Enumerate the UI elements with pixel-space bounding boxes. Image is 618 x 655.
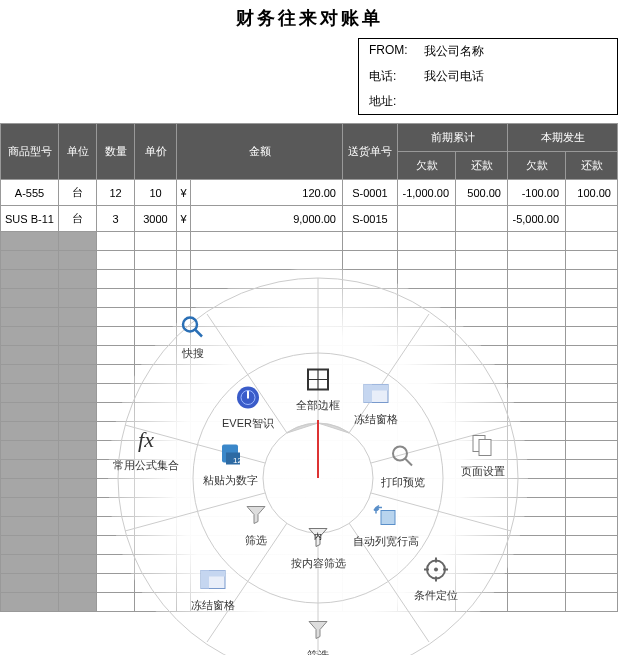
autofit-icon: [373, 505, 399, 527]
cell[interactable]: 10: [135, 180, 177, 206]
cell[interactable]: 120.00: [191, 180, 343, 206]
th-model: 商品型号: [1, 124, 59, 180]
svg-rect-31: [381, 511, 395, 525]
cell[interactable]: [566, 206, 618, 232]
cell[interactable]: -5,000.00: [508, 206, 566, 232]
print-icon: [390, 444, 416, 470]
th-prev-group: 前期累计: [398, 124, 508, 152]
from-label: FROM:: [369, 43, 424, 60]
svg-rect-29: [479, 440, 491, 456]
svg-point-16: [183, 318, 197, 332]
needle-indicator: [317, 420, 319, 478]
cell[interactable]: S-0001: [343, 180, 398, 206]
cell[interactable]: 9,000.00: [191, 206, 343, 232]
th-curr-repay: 还款: [566, 152, 618, 180]
cell[interactable]: 台: [59, 180, 97, 206]
radial-fx[interactable]: fx 常用公式集合: [106, 424, 186, 473]
table-row[interactable]: SUS B-11 台 3 3000 ¥ 9,000.00 S-0015 -5,0…: [1, 206, 618, 232]
cell[interactable]: SUS B-11: [1, 206, 59, 232]
tel-label: 电话:: [369, 68, 424, 85]
th-amount: 金额: [177, 124, 343, 180]
svg-point-26: [393, 447, 407, 461]
fx-icon: fx: [138, 427, 154, 453]
filter-icon: [307, 619, 329, 641]
radial-locate[interactable]: 条件定位: [396, 554, 476, 603]
filter-icon: [245, 504, 267, 526]
fingerprint-icon: [235, 385, 261, 411]
cell[interactable]: -1,000.00: [398, 180, 456, 206]
svg-text:123: 123: [233, 456, 244, 465]
svg-line-17: [195, 330, 202, 337]
radial-freeze-r[interactable]: 冻结窗格: [336, 378, 416, 427]
cell[interactable]: S-0015: [343, 206, 398, 232]
cell[interactable]: ¥: [177, 206, 191, 232]
svg-rect-22: [364, 385, 388, 391]
th-prev-repay: 还款: [456, 152, 508, 180]
cell[interactable]: 台: [59, 206, 97, 232]
th-delivery: 送货单号: [343, 124, 398, 180]
content-filter-icon: 内: [306, 526, 330, 550]
search-icon: [180, 315, 206, 341]
radial-print[interactable]: 打印预览: [363, 441, 443, 490]
page-icon: [470, 434, 496, 458]
from-value: 我公司名称: [424, 43, 607, 60]
radial-page-setup[interactable]: 页面设置: [443, 430, 523, 479]
company-info: FROM: 我公司名称 电话: 我公司电话 地址:: [358, 38, 618, 115]
cell[interactable]: ¥: [177, 180, 191, 206]
cell[interactable]: 100.00: [566, 180, 618, 206]
freeze-icon: [200, 570, 226, 590]
th-unit: 单位: [59, 124, 97, 180]
paste-icon: 123: [216, 443, 244, 467]
svg-text:内: 内: [314, 532, 322, 541]
svg-rect-34: [201, 571, 225, 577]
page-title: 财务往来对账单: [0, 0, 618, 38]
border-icon: [306, 368, 330, 392]
table-row[interactable]: A-555 台 12 10 ¥ 120.00 S-0001 -1,000.00 …: [1, 180, 618, 206]
cell[interactable]: 3000: [135, 206, 177, 232]
radial-filter2[interactable]: 筛选: [278, 614, 358, 656]
table-row[interactable]: [1, 232, 618, 251]
radial-paste-num[interactable]: 123 粘贴为数字: [190, 439, 270, 488]
locate-icon: [423, 557, 449, 583]
th-price: 单价: [135, 124, 177, 180]
svg-point-36: [434, 568, 438, 572]
cell[interactable]: -100.00: [508, 180, 566, 206]
cell[interactable]: [456, 206, 508, 232]
radial-autofit[interactable]: 自动列宽行高: [346, 500, 426, 549]
freeze-icon: [363, 384, 389, 404]
cell[interactable]: 3: [97, 206, 135, 232]
th-curr-group: 本期发生: [508, 124, 618, 152]
svg-line-27: [405, 459, 412, 466]
radial-search[interactable]: 快搜: [153, 312, 233, 361]
radial-freeze-l[interactable]: 冻结窗格: [173, 564, 253, 613]
addr-value: [424, 93, 607, 110]
cell[interactable]: [398, 206, 456, 232]
cell[interactable]: 500.00: [456, 180, 508, 206]
addr-label: 地址:: [369, 93, 424, 110]
tel-value: 我公司电话: [424, 68, 607, 85]
radial-ever[interactable]: EVER智识: [208, 382, 288, 431]
cell[interactable]: 12: [97, 180, 135, 206]
radial-menu[interactable]: 全部边框 快搜 EVER智识 冻结窗格 fx 常用公式集合 123 粘贴为数字 …: [108, 268, 528, 655]
th-curr-debt: 欠款: [508, 152, 566, 180]
th-qty: 数量: [97, 124, 135, 180]
cell[interactable]: A-555: [1, 180, 59, 206]
th-prev-debt: 欠款: [398, 152, 456, 180]
table-row[interactable]: [1, 251, 618, 270]
